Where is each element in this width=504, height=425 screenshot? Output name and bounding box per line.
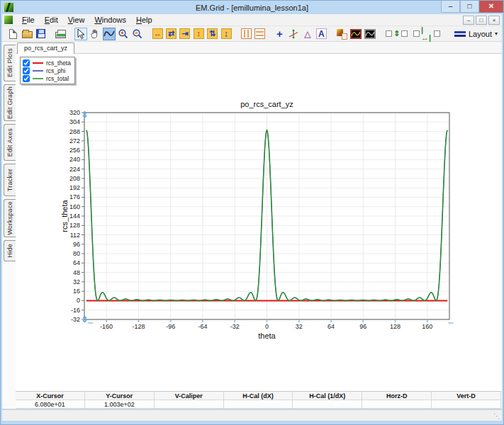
pan-hand-icon[interactable] xyxy=(89,28,101,40)
y-axis-label: rcs_theta xyxy=(60,199,69,232)
caliper-header: X-Cursor xyxy=(16,392,85,400)
x-tick-label: 160 xyxy=(422,323,432,330)
y-tick-label: 64 xyxy=(73,259,80,266)
delta-caliper-icon[interactable]: △ xyxy=(301,28,313,40)
y-tick-label: 112 xyxy=(70,232,80,239)
legend-checkbox-rcs_total[interactable] xyxy=(23,75,30,82)
menu-windows[interactable]: Windows xyxy=(89,16,131,24)
x-tick-label: 64 xyxy=(327,323,335,330)
horizontal-caliper-icon[interactable] xyxy=(254,28,266,40)
legend-item-rcs_total: rcs_total xyxy=(23,74,71,82)
x-tick-label: -96 xyxy=(166,323,175,330)
x-tick-label: -32 xyxy=(230,323,240,330)
add-plot-icon[interactable] xyxy=(335,28,348,40)
mdi-minimize-button[interactable]: – xyxy=(463,16,474,25)
anchor-bottom-left-h-icon[interactable]: ⇔ xyxy=(86,317,95,327)
fit-x-icon[interactable]: ⇥ xyxy=(179,28,191,40)
tracker-axes-icon[interactable] xyxy=(287,28,300,40)
menu-bar: FileEditViewWindowsHelp –□× xyxy=(2,14,502,26)
menu-edit[interactable]: Edit xyxy=(40,16,63,24)
sidebar-tab-edit-axes[interactable]: Edit Axes xyxy=(4,124,16,161)
x-tick-label: 0 xyxy=(265,323,269,330)
y-tick-label: 240 xyxy=(69,156,80,163)
title-bar[interactable]: EM.Grid - [emillumina_lesson1a] – □ ✕ xyxy=(1,1,503,14)
zoom-out-icon[interactable]: − xyxy=(131,28,144,40)
caliper-value xyxy=(362,400,432,409)
caliper-header: H-Cal (dX) xyxy=(224,392,293,400)
text-annotation-icon[interactable]: A xyxy=(315,28,327,40)
y-tick-label: 32 xyxy=(73,278,80,285)
save-icon[interactable] xyxy=(35,28,47,40)
x-tick-label: -160 xyxy=(100,323,113,330)
anchor-top-left-icon[interactable]: ⇕ xyxy=(81,110,88,120)
caliper-header: V-Caliper xyxy=(155,392,224,400)
sidebar-tab-hide[interactable]: Hide xyxy=(4,240,16,261)
sidebar-tab-edit-plots[interactable]: Edit Plots xyxy=(4,45,16,81)
legend-swatch-rcs_total xyxy=(33,78,43,79)
legend-label: rcs_total xyxy=(46,75,69,82)
zoom-box-icon[interactable] xyxy=(103,28,116,40)
y-tick-label: 320 xyxy=(69,109,80,116)
sidebar-tab-workspace[interactable]: Workspace xyxy=(4,199,16,237)
mdi-restore-button[interactable]: □ xyxy=(476,16,487,25)
cross-cursor-icon[interactable]: + xyxy=(274,28,286,40)
x-axis-label: theta xyxy=(258,332,276,340)
svg-text:−: − xyxy=(135,30,138,36)
menu-view[interactable]: View xyxy=(63,16,90,24)
menu-help[interactable]: Help xyxy=(131,16,157,24)
fit-y-icon[interactable]: ↨ xyxy=(220,28,232,40)
print-icon[interactable] xyxy=(55,28,67,40)
mdi-close-button[interactable]: × xyxy=(488,16,500,25)
y-tick-label: 288 xyxy=(69,128,80,135)
document-tab-bar: po_rcs_cart_yz xyxy=(16,42,502,54)
menu-file[interactable]: File xyxy=(17,16,40,24)
legend-checkbox-rcs_theta[interactable] xyxy=(23,60,30,67)
caliper-header: H-Cal (1/dX) xyxy=(293,392,362,400)
minimize-button[interactable]: – xyxy=(441,1,460,13)
toolbar: +−↔⇄⇥↕⇅↨+△A⇕|↔|Layout▾ xyxy=(2,26,502,42)
sidebar-tab-edit-graph[interactable]: Edit Graph xyxy=(4,84,16,121)
open-file-icon[interactable] xyxy=(21,28,33,40)
caliper-value xyxy=(155,400,224,409)
align-vertical-group-icon[interactable]: ⇕ xyxy=(383,28,410,40)
shrink-x-icon[interactable]: ⇄ xyxy=(165,28,177,40)
zoom-in-icon[interactable]: + xyxy=(117,28,130,40)
y-tick-label: 128 xyxy=(69,222,80,229)
expand-x-icon[interactable]: ↔ xyxy=(151,28,163,40)
legend-swatch-rcs_phi xyxy=(33,70,43,72)
legend-swatch-rcs_theta xyxy=(33,62,43,64)
x-tick-label: -64 xyxy=(198,323,207,330)
dark-plot-red-icon[interactable] xyxy=(349,28,362,40)
layout-button-label: Layout xyxy=(469,30,492,38)
anchor-bottom-right-icon[interactable]: ⇔ xyxy=(447,317,455,327)
new-document-icon[interactable] xyxy=(7,28,19,40)
plot-canvas[interactable]: -160-128-96-64-320326496128160-32-160163… xyxy=(16,54,503,387)
tab-po-rcs-cart-yz[interactable]: po_rcs_cart_yz xyxy=(17,42,74,54)
y-tick-label: -32 xyxy=(71,316,80,323)
y-tick-label: 192 xyxy=(69,184,80,191)
caliper-value xyxy=(224,400,293,409)
caliper-header: Vert-D xyxy=(432,392,501,400)
vertical-caliper-icon[interactable] xyxy=(240,28,252,40)
plot-legend: rcs_thetarcs_phircs_total xyxy=(20,57,75,84)
align-horizontal-group-icon[interactable]: |↔| xyxy=(411,28,442,40)
y-tick-label: 160 xyxy=(69,203,80,210)
x-tick-label: 128 xyxy=(390,323,401,330)
sidebar-tab-strip: Edit PlotsEdit GraphEdit AxesTrackerWork… xyxy=(2,42,16,409)
close-button[interactable]: ✕ xyxy=(479,1,503,13)
caliper-header: Y-Cursor xyxy=(85,392,155,400)
y-tick-label: -16 xyxy=(71,307,80,314)
layout-button[interactable]: Layout▾ xyxy=(450,28,502,40)
legend-checkbox-rcs_phi[interactable] xyxy=(23,67,30,74)
shrink-y-icon[interactable]: ⇅ xyxy=(206,28,218,40)
maximize-button[interactable]: □ xyxy=(460,1,479,13)
expand-y-icon[interactable]: ↕ xyxy=(193,28,205,40)
resize-grip[interactable]: ⋱ xyxy=(493,413,500,420)
y-tick-label: 0 xyxy=(77,297,80,304)
x-tick-label: 32 xyxy=(296,323,303,330)
select-pointer-icon[interactable] xyxy=(74,28,87,40)
legend-label: rcs_theta xyxy=(46,60,71,67)
caliper-value: 6.080e+01 xyxy=(16,400,85,409)
dark-plot-gray-icon[interactable] xyxy=(364,28,376,40)
sidebar-tab-tracker[interactable]: Tracker xyxy=(4,164,16,196)
